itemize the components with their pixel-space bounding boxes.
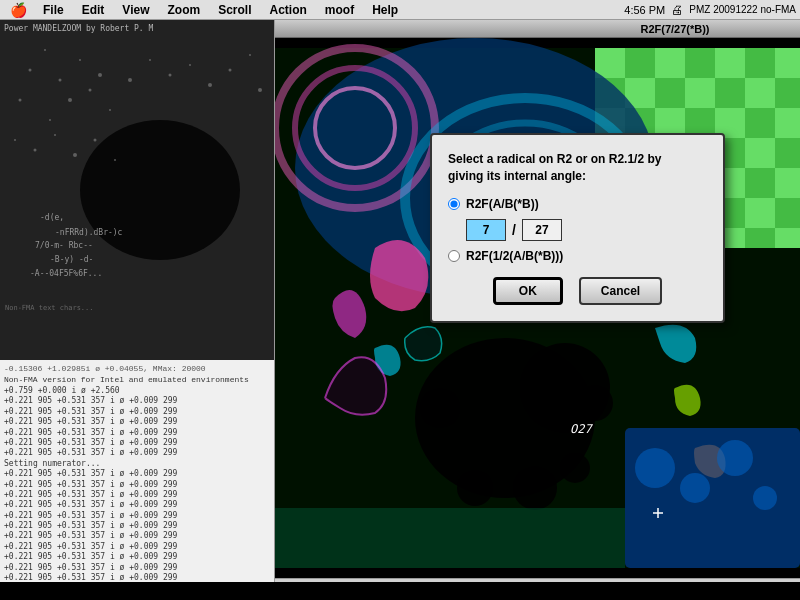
- svg-point-6: [98, 73, 102, 77]
- status-bar: Mand1 +0.221 905 Size:9.299×10⁻³ MMax:17…: [275, 578, 800, 582]
- log-line: +0.221 905 +0.531 357 i ø +0.009 299: [4, 542, 271, 552]
- svg-text:Non-FMA text chars...: Non-FMA text chars...: [5, 304, 94, 312]
- option2-label[interactable]: R2F(1/2(A/B(*B))): [466, 249, 563, 263]
- window-title-bar: R2F(7/27(*B)): [275, 20, 800, 38]
- log-line: +0.221 905 +0.531 357 i ø +0.009 299: [4, 552, 271, 562]
- pmz-label: PMZ 20091222 no-FMA: [689, 4, 796, 15]
- svg-text:-nFRRd).dBr-)c: -nFRRd).dBr-)c: [55, 228, 123, 237]
- log-line: +0.221 905 +0.531 357 i ø +0.009 299: [4, 531, 271, 541]
- svg-point-21: [34, 149, 37, 152]
- svg-point-7: [19, 99, 22, 102]
- svg-point-23: [73, 153, 77, 157]
- menu-bar: 🍎 File Edit View Zoom Scroll Action moof…: [0, 0, 800, 20]
- coord-text: -0.15306 +1.02985i ø +0.04055, MMax: 200…: [4, 364, 271, 373]
- option1-label[interactable]: R2F(A/B(*B)): [466, 197, 539, 211]
- denominator-input[interactable]: [522, 219, 562, 241]
- svg-point-18: [249, 54, 251, 56]
- cancel-button[interactable]: Cancel: [579, 277, 662, 305]
- dialog-title: Select a radical on R2 or on R2.1/2 by g…: [448, 151, 707, 185]
- log-line: +0.221 905 +0.531 357 i ø +0.009 299: [4, 573, 271, 582]
- svg-point-19: [258, 88, 262, 92]
- left-header: Power MANDELZOOM by Robert P. M: [4, 24, 153, 33]
- svg-point-16: [208, 83, 212, 87]
- log-line: +0.221 905 +0.531 357 i ø +0.009 299: [4, 448, 271, 458]
- left-text-area: -0.15306 +1.02985i ø +0.04055, MMax: 200…: [0, 360, 275, 582]
- menu-moof[interactable]: moof: [317, 1, 362, 19]
- dialog-buttons: OK Cancel: [448, 277, 707, 305]
- dialog-overlay: Select a radical on R2 or on R2.1/2 by g…: [275, 38, 800, 578]
- log-line: +0.221 905 +0.531 357 i ø +0.009 299: [4, 417, 271, 427]
- left-panel: -d(e, -nFRRd).dBr-)c 7/0-m- Rbc-- -B-y) …: [0, 20, 275, 582]
- svg-point-2: [29, 69, 32, 72]
- option1-radio[interactable]: [448, 198, 460, 210]
- svg-point-14: [169, 74, 172, 77]
- clock: 4:56 PM: [624, 4, 665, 16]
- log-container: +0.759 +0.000 i ø +2.560+0.221 905 +0.53…: [4, 386, 271, 582]
- dialog: Select a radical on R2 or on R2.1/2 by g…: [430, 133, 725, 323]
- left-fractal-svg: -d(e, -nFRRd).dBr-)c 7/0-m- Rbc-- -B-y) …: [0, 20, 275, 360]
- svg-point-12: [128, 78, 132, 82]
- svg-point-9: [68, 98, 72, 102]
- svg-point-24: [94, 139, 97, 142]
- svg-point-25: [114, 159, 116, 161]
- log-line: +0.221 905 +0.531 357 i ø +0.009 299: [4, 480, 271, 490]
- log-line: +0.221 905 +0.531 357 i ø +0.009 299: [4, 563, 271, 573]
- log-line: +0.221 905 +0.531 357 i ø +0.009 299: [4, 490, 271, 500]
- svg-point-20: [14, 139, 16, 141]
- svg-point-22: [54, 134, 56, 136]
- menu-view[interactable]: View: [114, 1, 157, 19]
- printer-icon: 🖨: [671, 3, 683, 17]
- fractal-canvas: O27 Select a radical on R2 or on R2.1/2 …: [275, 38, 800, 578]
- menu-action[interactable]: Action: [262, 1, 315, 19]
- menu-zoom[interactable]: Zoom: [159, 1, 208, 19]
- svg-point-10: [89, 89, 92, 92]
- log-line: +0.759 +0.000 i ø +2.560: [4, 386, 271, 396]
- log-line: +0.221 905 +0.531 357 i ø +0.009 299: [4, 407, 271, 417]
- svg-text:-A--04F5F%6F...: -A--04F5F%6F...: [30, 269, 102, 278]
- window-title: R2F(7/27(*B)): [640, 23, 709, 35]
- log-line: +0.221 905 +0.531 357 i ø +0.009 299: [4, 521, 271, 531]
- log-line: Setting numerator...: [4, 459, 271, 469]
- menu-file[interactable]: File: [35, 1, 72, 19]
- option2-row: R2F(1/2(A/B(*B))): [448, 249, 707, 263]
- menu-help[interactable]: Help: [364, 1, 406, 19]
- svg-point-8: [49, 119, 51, 121]
- svg-point-15: [189, 64, 191, 66]
- option2-radio[interactable]: [448, 250, 460, 262]
- svg-text:-B-y)  -d-: -B-y) -d-: [50, 255, 93, 264]
- apple-menu[interactable]: 🍎: [4, 2, 33, 18]
- log-line: +0.221 905 +0.531 357 i ø +0.009 299: [4, 500, 271, 510]
- right-panel: R2F(7/27(*B)): [275, 20, 800, 582]
- option1-row: R2F(A/B(*B)): [448, 197, 707, 211]
- svg-point-11: [109, 109, 111, 111]
- log-line: +0.221 905 +0.531 357 i ø +0.009 299: [4, 511, 271, 521]
- fraction-slash: /: [512, 222, 516, 238]
- left-fractal: -d(e, -nFRRd).dBr-)c 7/0-m- Rbc-- -B-y) …: [0, 20, 275, 360]
- svg-point-17: [229, 69, 232, 72]
- svg-point-1: [80, 120, 240, 260]
- svg-point-4: [59, 79, 62, 82]
- main-content: -d(e, -nFRRd).dBr-)c 7/0-m- Rbc-- -B-y) …: [0, 20, 800, 582]
- version-text: Non-FMA version for Intel and emulated e…: [4, 375, 271, 384]
- svg-text:-d(e,: -d(e,: [40, 213, 64, 222]
- svg-point-13: [149, 59, 151, 61]
- log-line: +0.221 905 +0.531 357 i ø +0.009 299: [4, 428, 271, 438]
- svg-text:7/0-m-   Rbc--: 7/0-m- Rbc--: [35, 241, 93, 250]
- log-line: +0.221 905 +0.531 357 i ø +0.009 299: [4, 396, 271, 406]
- log-line: +0.221 905 +0.531 357 i ø +0.009 299: [4, 469, 271, 479]
- svg-point-3: [44, 49, 46, 51]
- ok-button[interactable]: OK: [493, 277, 563, 305]
- log-line: +0.221 905 +0.531 357 i ø +0.009 299: [4, 438, 271, 448]
- menu-scroll[interactable]: Scroll: [210, 1, 259, 19]
- fraction-inputs: /: [466, 219, 707, 241]
- svg-point-5: [79, 59, 81, 61]
- menu-edit[interactable]: Edit: [74, 1, 113, 19]
- numerator-input[interactable]: [466, 219, 506, 241]
